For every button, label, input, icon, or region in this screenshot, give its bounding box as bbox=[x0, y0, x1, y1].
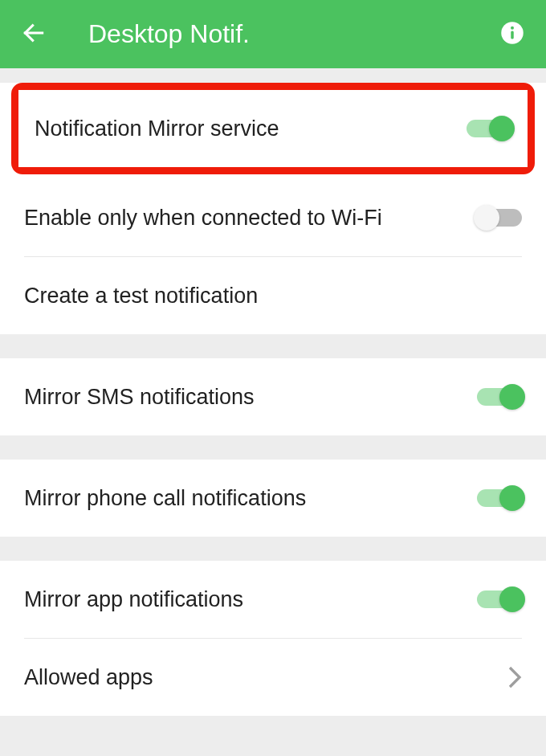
row-test-notification[interactable]: Create a test notification bbox=[0, 257, 546, 334]
section-gap bbox=[0, 435, 546, 460]
row-wifi-only[interactable]: Enable only when connected to Wi-Fi bbox=[0, 179, 546, 256]
section-general: Notification Mirror service Enable only … bbox=[0, 83, 546, 334]
svg-point-2 bbox=[511, 26, 514, 29]
section-gap bbox=[0, 68, 546, 78]
section-calls: Mirror phone call notifications bbox=[0, 460, 546, 537]
chevron-right-icon bbox=[507, 665, 522, 689]
toggle-wifi-only[interactable] bbox=[477, 209, 522, 227]
back-arrow-icon bbox=[21, 20, 47, 49]
row-label: Create a test notification bbox=[24, 284, 258, 309]
row-label: Enable only when connected to Wi-Fi bbox=[24, 206, 382, 231]
info-icon bbox=[500, 21, 524, 48]
toggle-mirror-service[interactable] bbox=[467, 120, 511, 137]
back-button[interactable] bbox=[18, 18, 50, 51]
toggle-knob bbox=[489, 116, 515, 141]
svg-rect-3 bbox=[511, 31, 514, 39]
info-button[interactable] bbox=[496, 18, 528, 51]
page-title: Desktop Notif. bbox=[50, 19, 496, 49]
section-sms: Mirror SMS notifications bbox=[0, 358, 546, 435]
row-label: Allowed apps bbox=[24, 665, 153, 690]
row-mirror-apps[interactable]: Mirror app notifications bbox=[0, 561, 546, 638]
row-mirror-calls[interactable]: Mirror phone call notifications bbox=[0, 460, 546, 537]
section-gap bbox=[0, 537, 546, 561]
row-label: Mirror SMS notifications bbox=[24, 385, 255, 410]
highlight-box: Notification Mirror service bbox=[11, 83, 535, 174]
row-allowed-apps[interactable]: Allowed apps bbox=[0, 639, 546, 716]
toggle-knob bbox=[499, 586, 525, 612]
toggle-knob bbox=[499, 485, 525, 511]
toggle-knob bbox=[474, 205, 499, 231]
toggle-mirror-sms[interactable] bbox=[477, 388, 522, 406]
section-gap bbox=[0, 334, 546, 358]
row-label: Notification Mirror service bbox=[35, 116, 279, 141]
row-mirror-sms[interactable]: Mirror SMS notifications bbox=[0, 358, 546, 435]
row-mirror-service[interactable]: Notification Mirror service bbox=[18, 90, 528, 167]
toggle-mirror-apps[interactable] bbox=[477, 590, 522, 608]
toggle-knob bbox=[499, 384, 525, 410]
row-label: Mirror phone call notifications bbox=[24, 486, 306, 511]
row-label: Mirror app notifications bbox=[24, 587, 243, 612]
section-apps: Mirror app notifications Allowed apps bbox=[0, 561, 546, 716]
app-header: Desktop Notif. bbox=[0, 0, 546, 68]
toggle-mirror-calls[interactable] bbox=[477, 489, 522, 507]
